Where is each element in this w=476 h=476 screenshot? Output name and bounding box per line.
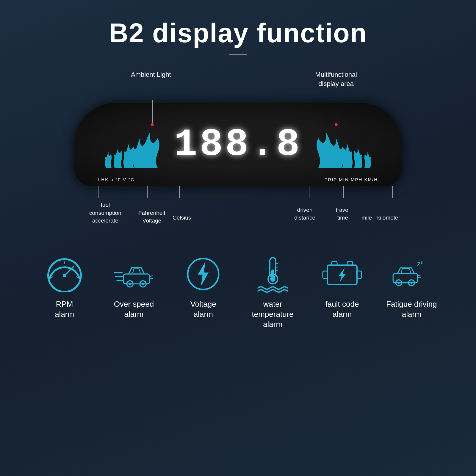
overspeed-icon xyxy=(113,255,155,293)
svg-line-3 xyxy=(51,277,53,278)
title-divider xyxy=(229,54,247,55)
flames-left xyxy=(98,114,176,175)
svg-rect-22 xyxy=(271,270,274,280)
svg-point-15 xyxy=(142,283,144,285)
label-travel: traveltime xyxy=(336,206,350,222)
line-fahrenheit xyxy=(147,186,148,198)
multifunctional-label: Multifunctionaldisplay area xyxy=(315,70,357,89)
fatigue-label: Fatigue drivingalarm xyxy=(386,299,437,320)
svg-text:Z: Z xyxy=(417,262,420,267)
label-driven: drivendistance xyxy=(294,206,315,222)
water-temp-label: watertemperature alarm xyxy=(243,299,303,329)
line-celsius xyxy=(179,186,180,198)
label-mile: mile xyxy=(361,214,372,222)
flames-right xyxy=(300,114,378,175)
alarm-item-voltage: Voltagealarm xyxy=(173,255,233,320)
hud-device: 188.8 LHK a °F V °C TRIP MIN MPH KM/H xyxy=(74,103,402,186)
hud-section: Ambient Light Multifunctionaldisplay are… xyxy=(74,73,402,225)
alarm-item-fatigue: Z z Fatigue dr xyxy=(382,255,441,320)
svg-text:z: z xyxy=(421,260,423,264)
water-temp-icon xyxy=(252,255,294,293)
page-container: B2 display function Ambient Light Multif… xyxy=(0,0,476,476)
line-mile xyxy=(368,186,368,198)
page-title: B2 display function xyxy=(109,18,367,48)
ambient-connector-line xyxy=(152,100,153,124)
label-fahrenheit: FahrenheitVoltage xyxy=(138,209,165,225)
hud-display-digits: 188.8 xyxy=(174,123,302,167)
svg-point-13 xyxy=(129,283,131,285)
device-bottom-labels: LHK a °F V °C TRIP MIN MPH KM/H xyxy=(74,177,402,182)
voltage-label: Voltagealarm xyxy=(190,299,216,320)
alarms-section: RPMalarm xyxy=(30,255,446,329)
line-driven xyxy=(309,186,309,198)
svg-point-2 xyxy=(63,274,66,277)
line-fuel xyxy=(98,186,98,198)
alarm-item-overspeed: Over speedalarm xyxy=(104,255,164,320)
fatigue-icon: Z z xyxy=(391,255,432,293)
label-fuel: fuelconsumptionaccelerate xyxy=(89,201,121,225)
svg-point-35 xyxy=(398,282,400,284)
multi-dot xyxy=(335,123,338,126)
ambient-light-label: Ambient Light xyxy=(131,70,171,79)
fault-icon xyxy=(321,255,363,293)
line-kilometer xyxy=(392,186,393,198)
alarm-item-water-temp: watertemperature alarm xyxy=(243,255,303,329)
voltage-icon xyxy=(182,255,224,293)
svg-line-7 xyxy=(76,277,78,278)
multi-connector-line xyxy=(336,100,336,124)
device-label-right: TRIP MIN MPH KM/H xyxy=(325,177,378,182)
overspeed-label: Over speedalarm xyxy=(114,299,154,320)
rpm-label: RPMalarm xyxy=(55,299,74,320)
label-kilometer: kilometer xyxy=(377,214,400,222)
svg-point-37 xyxy=(411,282,413,284)
alarm-item-rpm: RPMalarm xyxy=(35,255,94,320)
ambient-dot xyxy=(151,123,154,126)
alarm-item-fault: fault codealarm xyxy=(312,255,372,320)
fault-label: fault codealarm xyxy=(325,299,359,320)
line-travel xyxy=(343,186,344,198)
rpm-icon xyxy=(44,255,85,293)
labels-below-container: fuelconsumptionaccelerate FahrenheitVolt… xyxy=(74,186,402,225)
label-celsius: Celsius xyxy=(173,214,191,222)
device-label-left: LHK a °F V °C xyxy=(98,177,134,182)
